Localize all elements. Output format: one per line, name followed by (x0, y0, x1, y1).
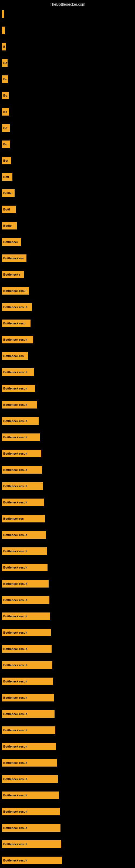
bar-label: Bottleneck result (3, 631, 27, 634)
bar-item: Bottleneck result (2, 710, 54, 718)
bar-label: Bottleneck resul (3, 289, 27, 292)
bar-label: Bottleneck result (3, 533, 27, 536)
bar-label: Bottleneck result (3, 696, 27, 699)
bar-item: Bottleneck result (2, 450, 41, 457)
bar-item: Bottleneck result (2, 384, 35, 392)
bar-label: Bo (3, 61, 7, 65)
bar-item: Bottleneck result (2, 499, 44, 506)
bar-item: Bo (2, 124, 10, 132)
bar-item: Bottleneck res (2, 254, 27, 262)
bar-item: Bottle (2, 189, 14, 197)
bar-item: Bott (2, 173, 12, 181)
bar-item: Bottleneck result (2, 336, 33, 343)
bar-label: Bottleneck result (3, 777, 27, 781)
bar-label: Bottleneck result (3, 745, 27, 748)
bar-item: Bottleneck result (2, 775, 58, 783)
bar-item (2, 27, 5, 34)
bar-item: Bottleneck result (2, 433, 40, 441)
bar-item: Bo (2, 75, 8, 83)
bar-item: Bottleneck result (2, 613, 50, 620)
bar-label: Bottleneck result (3, 859, 27, 862)
bar-item: Bot (2, 157, 11, 164)
bar-label: Bottleneck result (3, 550, 27, 553)
bar-label: Bottleneck result (3, 420, 27, 423)
bar-label: Bottleneck result (3, 712, 27, 716)
bar-item: Bottleneck result (2, 792, 59, 799)
bar-item: Bottleneck result (2, 466, 42, 474)
bar-label: Bottleneck (3, 240, 18, 244)
bar-item: Bottleneck result (2, 661, 52, 669)
bar-item: Bottleneck result (2, 596, 49, 604)
bar-item: Bottleneck result (2, 743, 56, 750)
bar-label: Bottleneck result (3, 826, 27, 830)
bar-label: Bottleneck result (3, 338, 27, 341)
bar-label: Bottle (3, 224, 12, 227)
bar-label: Bott (3, 175, 9, 179)
bar-label: Bottl (3, 208, 10, 211)
bar-item: Bottleneck result (2, 808, 60, 815)
bar-label: Bottleneck result (3, 305, 27, 309)
bar-item: Bottleneck result (2, 580, 49, 588)
bar-label: Bottle (3, 191, 12, 195)
bar-item: Bottleneck (2, 238, 21, 246)
bar-label: Bottleneck result (3, 761, 27, 764)
bar-item: Bottleneck result (2, 840, 61, 848)
bar-item: Bottleneck result (2, 401, 37, 408)
bar-label: Bottleneck res (3, 517, 24, 520)
bar-label: Bottleneck result (3, 452, 27, 455)
bar-item: Bottleneck result (2, 678, 53, 685)
bar-item: Bottleneck resu (2, 319, 31, 327)
bar-item: Bo (2, 141, 10, 148)
bar-label: Bottleneck result (3, 615, 27, 618)
bar-label: Bottleneck result (3, 403, 27, 406)
bar-label: Bottleneck result (3, 468, 27, 471)
bar-label: Bottleneck result (3, 501, 27, 504)
bar-label: Bottleneck result (3, 663, 27, 667)
bar-label: Bottleneck result (3, 810, 27, 813)
bar-item: Bottleneck result (2, 857, 62, 864)
bar-label: Bottleneck result (3, 680, 27, 683)
bar-label: Bottleneck result (3, 598, 27, 601)
bar-item: Bottleneck result (2, 564, 48, 571)
bar-label: Bottleneck result (3, 566, 27, 569)
bar-label: Bottleneck result (3, 582, 27, 585)
bar-label: B (3, 45, 5, 48)
bar-item: Bottleneck result (2, 645, 52, 653)
bar-label: Bottleneck res (3, 354, 24, 358)
bar-item: Bo (2, 92, 9, 99)
bar-label: Bottleneck result (3, 647, 27, 650)
bar-label: Bo (3, 78, 7, 81)
bar-item: Bottleneck result (2, 759, 57, 767)
bar-item: Bottleneck result (2, 482, 43, 490)
bar-item: Bottleneck result (2, 547, 47, 555)
bar-item: Bottleneck result (2, 531, 46, 539)
bar-label: Bottleneck resu (3, 322, 26, 325)
bar-item: Bottleneck res (2, 352, 28, 360)
bar-item: Bottleneck result (2, 368, 34, 376)
bar-item: Bottl (2, 206, 16, 213)
bar-item: Bottleneck result (2, 824, 60, 832)
bar-item: Bottle (2, 222, 17, 229)
bar-item: Bottleneck resul (2, 287, 29, 294)
bar-label: Bo (3, 143, 7, 146)
bar-item: Bottleneck r (2, 271, 24, 278)
bar-item: Bottleneck result (2, 726, 55, 734)
bar-item: Bottleneck result (2, 629, 51, 637)
bar-label: Bo (3, 126, 7, 130)
bar-label: Bottleneck result (3, 485, 27, 488)
bar-label: Bottleneck result (3, 728, 27, 732)
bar-label: Bot (3, 159, 8, 162)
site-title: TheBottlenecker.com (50, 2, 85, 6)
bar-label: Bottleneck result (3, 387, 27, 390)
bar-item: Bo (2, 108, 9, 116)
bar-item: Bottleneck result (2, 303, 32, 311)
bar-label: Bottleneck result (3, 842, 27, 846)
bar-label: Bo (3, 110, 7, 113)
bar-item: Bottleneck result (2, 694, 54, 702)
bar-label: Bottleneck result (3, 371, 27, 374)
bar-item: Bottleneck result (2, 417, 39, 425)
bar-item (2, 10, 4, 18)
bar-label: Bo (3, 94, 7, 97)
bar-label: Bottleneck r (3, 273, 20, 276)
bar-label: Bottleneck result (3, 794, 27, 797)
